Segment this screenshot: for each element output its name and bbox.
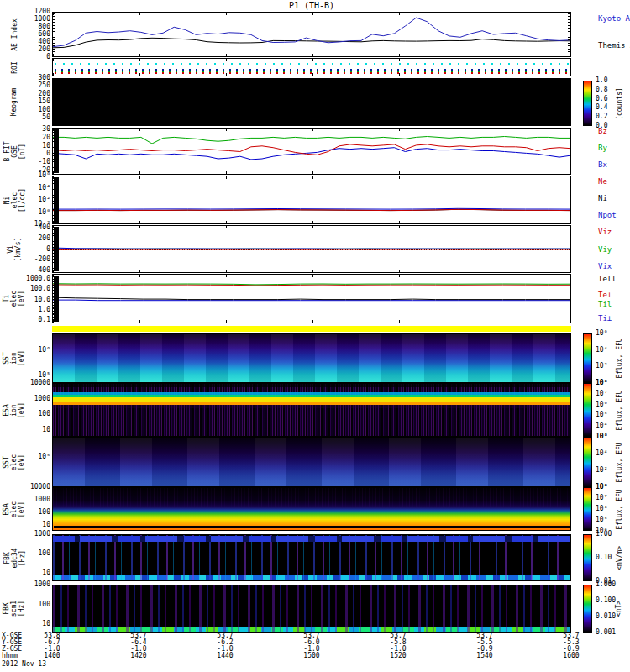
keogram-ytick-labels: 300 250 200 150 100 50 [22,75,50,129]
hhmm-value: 1520 [380,653,417,659]
tick-label: 0 [46,246,50,253]
tick-label: 10 [42,427,50,433]
esa-ion-colorbar [583,383,592,437]
time-column: 53.7 -5.5 -0.9 1540 [466,633,503,659]
legend-themis-ae: Themis AE [598,42,630,50]
vi-ytick-labels: 400 200 0 -200 -400 [22,222,50,276]
tick-label: 200 [39,91,50,97]
tick-label: 1200 [34,8,50,15]
time-column: 53.7 -6.0 -1.0 1500 [293,633,330,659]
tick-label: 1.0 [39,307,50,313]
tick-label: 10⁴ [39,185,50,192]
legend-by: By [598,144,607,152]
axis-label-line: Vi [7,237,14,261]
panel-ae-index [52,12,571,57]
sst-elec-colorbar [583,437,592,487]
esa-ion-colorbar-unit: Eflux, EFU [610,383,628,437]
fbk-edc34-colorbar-unit: <mV/m> [610,534,628,581]
tick-label: 0 [46,150,50,157]
tick-label: 250 [39,82,50,89]
tick-label: 100 [39,601,50,608]
esa-elec-colorbar-unit: Eflux, EFU [610,487,628,531]
panel-esa-elec [52,487,571,531]
tick-label: 100 [39,509,50,516]
fbk-scm1-ytick-labels: 1000 100 10 [22,581,50,636]
tick-label: 0 [46,54,50,60]
roi-axis-label: ROI [0,58,29,76]
panel-fbk-scm1 [52,585,571,633]
sst-elec-ytick-labels: 10⁵ [22,433,50,491]
legend-vix: Vix [598,263,612,270]
legend-teperp: Te⊥ [598,291,612,299]
legend-tell: Tell [598,276,617,283]
tick-label: 100.0 [30,286,50,292]
time-column: 53.7 -5.3 -0.9 1600 [553,633,590,659]
y-ticks [568,13,570,55]
y-ticks [53,276,55,322]
tick-label: 300 [39,75,50,81]
tick-label: 10000 [30,380,50,386]
hhmm-value: 1540 [466,653,503,659]
tick-label: 400 [39,39,50,45]
sst-ion-ytick-labels: 10⁶ 10⁵ [22,330,50,386]
panel-sst-ion [52,333,571,383]
tick-label: 200 [39,46,50,53]
fbk-scm1-colorbar [583,585,592,633]
tick-label: 10² [39,197,50,203]
fbk-edc34-ytick-labels: 1000 100 10 [22,531,50,585]
hhmm-value: 1420 [120,653,157,659]
tick-label: 1000 [34,396,50,402]
ti-line-chart [53,275,570,323]
tick-label: 10⁵ [39,372,50,379]
roi-markers [53,59,570,76]
tick-label: 10 [42,143,50,150]
tick-label: 10 [42,522,50,528]
ae-ytick-labels: 1200 1000 800 600 400 200 0 [22,8,50,60]
axis-label-line: Ni [3,188,11,213]
fbk-scm1-colorbar-unit: <nT> [610,585,628,633]
panel-fbk-edc34 [52,534,571,581]
axis-label-line: elec [11,188,18,213]
tick-label: 600 [39,31,50,38]
hhmm-value: 1600 [553,653,590,659]
sst-ion-colorbar [583,333,592,383]
tick-label: 10⁵ [39,454,50,460]
hhmm-value: 1400 [34,653,71,659]
tick-label: 30 [42,126,50,133]
tick-label: 1000 [34,531,50,538]
panel-vi [52,225,571,273]
x-ticks [53,79,570,81]
tick-label: 100 [39,550,50,557]
panel-roi [52,58,571,76]
esa-elec-colorbar [583,487,592,531]
bfit-line-chart [53,129,570,174]
panel-keogram [52,78,571,126]
panel-ni [52,176,571,224]
bfit-ytick-labels: 30 20 10 0 -10 -20 [22,124,50,178]
tick-label: 10 [42,570,50,576]
legend-ni: Ni [598,195,607,202]
tick-label: 10⁶ [39,347,50,354]
axis-label-line: Keogram [11,88,18,117]
ni-ytick-labels: 10⁶ 10⁴ 10² 10⁰ 10⁻² [22,172,50,228]
y-ticks [53,13,55,55]
hhmm-value: 1500 [293,653,330,659]
tick-label: 1000 [34,496,50,503]
axis-label-line: B FIT [3,141,11,161]
tick-label: -200 [34,256,50,263]
sst-ion-colorbar-unit: Eflux, EFU [610,333,628,383]
tick-label: 10⁶ [39,172,50,179]
axis-label-line: FBK [3,548,11,568]
legend-tiperp: Ti⊥ [598,315,612,323]
ti-ytick-labels: 1000.0 100.0 10.0 1.0 0.1 [22,270,50,327]
panel-esa-ion [52,383,571,437]
keogram-colorbar [583,81,592,126]
axis-label-line: AE Index [11,18,18,51]
tick-label: 200 [39,235,50,242]
tick-label: 10 [42,621,50,627]
row-label-hhmm: hhmm [2,653,22,659]
ni-line-chart [53,176,570,223]
tick-label: 10.0 [34,297,50,303]
tick-label: -10 [39,159,50,165]
tick-label: 1000.0 [26,276,50,282]
